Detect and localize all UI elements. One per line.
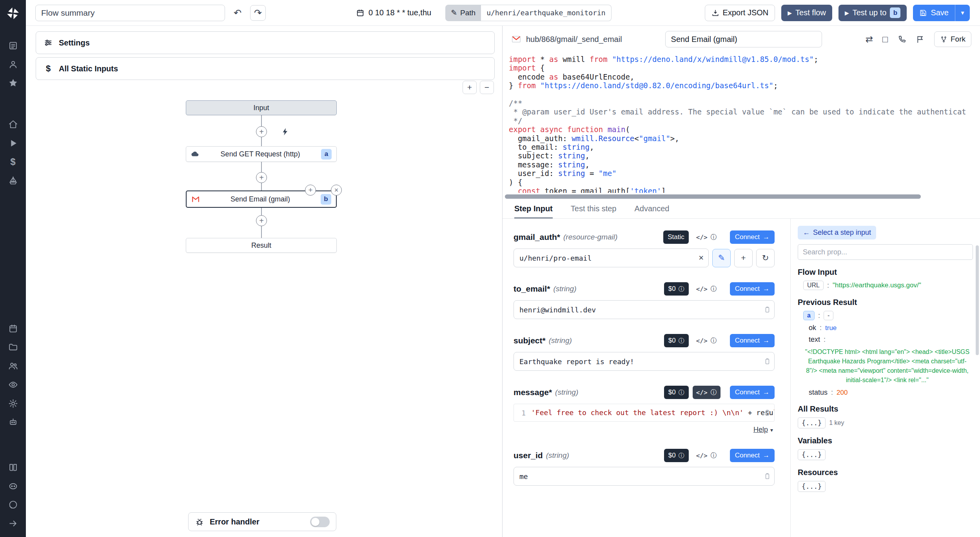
zoom-in-button[interactable]: + bbox=[463, 81, 477, 94]
connect-button[interactable]: Connect→ bbox=[730, 334, 775, 347]
node-input[interactable]: Input bbox=[186, 100, 337, 115]
windmill-logo[interactable] bbox=[6, 6, 20, 20]
node-http-get[interactable]: Send GET Request (http) a bbox=[186, 146, 337, 162]
schedule-display[interactable]: 0 10 18 * * tue,thu bbox=[356, 8, 431, 17]
save-dropdown-button[interactable]: ▾ bbox=[955, 5, 970, 21]
field-name: user_id bbox=[514, 451, 543, 460]
to-email-input[interactable] bbox=[514, 301, 774, 319]
home-icon[interactable] bbox=[6, 118, 20, 131]
url-key-chip[interactable]: URL bbox=[803, 281, 824, 290]
code-mode-button[interactable]: </>ⓘ bbox=[693, 282, 720, 296]
clipboard-icon[interactable] bbox=[764, 409, 771, 417]
clear-icon[interactable]: × bbox=[699, 253, 704, 263]
path-value[interactable]: u/henri/earthquake_monitorin bbox=[481, 5, 611, 21]
trigger-bolt-icon[interactable] bbox=[280, 126, 291, 137]
text-value-preview[interactable]: "<!DOCTYPE html> <html lang="en"> <head>… bbox=[804, 347, 971, 385]
insert-step-button[interactable]: + bbox=[256, 172, 267, 183]
node-result[interactable]: Result bbox=[186, 238, 337, 253]
flag-icon[interactable] bbox=[916, 35, 925, 44]
ok-value[interactable]: true bbox=[825, 324, 837, 332]
gmail-auth-input[interactable] bbox=[514, 249, 708, 267]
discord-icon[interactable] bbox=[6, 480, 20, 493]
url-value[interactable]: "https://earthquake.usgs.gov/" bbox=[833, 281, 921, 289]
expr-mode-button[interactable]: $0ⓘ bbox=[664, 449, 689, 462]
folders-icon[interactable] bbox=[6, 341, 20, 354]
search-prop-input[interactable] bbox=[798, 244, 973, 260]
github-icon[interactable] bbox=[6, 499, 20, 512]
workers-gear-icon[interactable] bbox=[6, 397, 20, 410]
flow-summary-input[interactable] bbox=[35, 5, 225, 21]
static-mode-button[interactable]: Static bbox=[663, 230, 689, 244]
audit-logs-eye-icon[interactable] bbox=[6, 378, 20, 391]
horizontal-scrollbar[interactable] bbox=[503, 193, 980, 200]
step-name-input[interactable] bbox=[665, 31, 822, 47]
info-icon: ⓘ bbox=[711, 388, 717, 397]
delete-step-icon[interactable]: × bbox=[331, 185, 342, 196]
message-code-editor[interactable]: 1 'Feel free to check out the latest rep… bbox=[514, 404, 775, 422]
docs-book-icon[interactable] bbox=[6, 461, 20, 474]
expr-mode-button[interactable]: $0ⓘ bbox=[664, 386, 689, 399]
all-results-object-chip[interactable]: {...} bbox=[798, 417, 826, 428]
fork-button[interactable]: Fork bbox=[934, 31, 971, 47]
variables-object-chip[interactable]: {...} bbox=[798, 449, 826, 460]
redo-button[interactable]: ↷ bbox=[250, 5, 266, 21]
groups-users-icon[interactable] bbox=[6, 359, 20, 372]
test-flow-button[interactable]: ▶ Test flow bbox=[781, 5, 832, 21]
variables-dollar-icon[interactable]: $ bbox=[6, 156, 20, 169]
test-up-to-button[interactable]: ▶ Test up to b bbox=[838, 5, 907, 21]
code-mode-button[interactable]: </>ⓘ bbox=[693, 449, 720, 462]
add-resource-button[interactable]: + bbox=[734, 249, 753, 267]
undo-button[interactable]: ↶ bbox=[230, 5, 245, 21]
path-edit-button[interactable]: ✎ Path bbox=[445, 5, 481, 21]
code-editor[interactable]: import * as wmill from "https://deno.lan… bbox=[503, 53, 980, 193]
save-button[interactable]: Save bbox=[913, 5, 955, 21]
connect-button[interactable]: Connect→ bbox=[730, 449, 775, 462]
code-mode-button[interactable]: </>ⓘ bbox=[693, 334, 720, 347]
code-mode-button[interactable]: </>ⓘ bbox=[693, 230, 720, 244]
user-icon[interactable] bbox=[6, 58, 20, 71]
clipboard-icon[interactable] bbox=[764, 358, 771, 365]
expr-mode-button[interactable]: $0ⓘ bbox=[664, 282, 689, 296]
error-handler-toggle[interactable] bbox=[310, 517, 330, 527]
prop-row-status: status : 200 bbox=[798, 388, 973, 397]
connect-button[interactable]: Connect→ bbox=[730, 282, 775, 296]
status-value[interactable]: 200 bbox=[837, 389, 848, 397]
clipboard-icon[interactable] bbox=[764, 306, 771, 314]
help-link[interactable]: Help bbox=[753, 426, 768, 434]
connect-button[interactable]: Connect→ bbox=[730, 386, 775, 399]
star-icon[interactable] bbox=[6, 76, 20, 89]
resources-object-chip[interactable]: {...} bbox=[798, 481, 826, 492]
schedules-calendar-icon[interactable] bbox=[6, 322, 20, 335]
refresh-resource-button[interactable]: ↻ bbox=[756, 249, 775, 267]
insert-step-button[interactable]: + bbox=[256, 215, 267, 226]
user-id-input[interactable] bbox=[514, 467, 774, 485]
box-icon[interactable]: □ bbox=[882, 35, 888, 44]
hub-script-path[interactable]: hub/868/gmail/_send_email bbox=[526, 35, 622, 44]
step-a-chip[interactable]: a bbox=[803, 311, 815, 320]
runs-play-icon[interactable] bbox=[6, 137, 20, 150]
insert-step-button[interactable]: + bbox=[256, 126, 267, 137]
expand-sidebar-arrow-icon[interactable] bbox=[6, 517, 20, 530]
edit-resource-button[interactable]: ✎ bbox=[712, 249, 731, 267]
vertical-scrollbar[interactable] bbox=[976, 245, 979, 355]
tab-step-input[interactable]: Step Input bbox=[514, 204, 553, 218]
export-json-button[interactable]: Export JSON bbox=[705, 5, 775, 21]
resources-boat-icon[interactable] bbox=[6, 174, 20, 187]
worker-groups-robot-icon[interactable] bbox=[6, 415, 20, 428]
tab-test-this-step[interactable]: Test this step bbox=[571, 204, 617, 218]
list-icon[interactable] bbox=[6, 39, 20, 52]
move-step-icon[interactable]: + bbox=[305, 185, 316, 196]
connect-button[interactable]: Connect→ bbox=[730, 230, 775, 244]
swap-icon[interactable]: ⇄ bbox=[866, 35, 873, 44]
clipboard-icon[interactable] bbox=[764, 473, 771, 480]
phone-icon[interactable] bbox=[897, 35, 906, 44]
code-mode-button-active[interactable]: </>ⓘ bbox=[693, 386, 720, 399]
flow-settings-button[interactable]: Settings bbox=[36, 31, 495, 54]
a-value-chip[interactable]: - bbox=[824, 311, 833, 320]
subject-input[interactable] bbox=[514, 352, 774, 370]
tab-advanced[interactable]: Advanced bbox=[634, 204, 669, 218]
all-static-inputs-button[interactable]: $ All Static Inputs bbox=[36, 57, 495, 80]
zoom-out-button[interactable]: − bbox=[480, 81, 494, 94]
expr-mode-button[interactable]: $0ⓘ bbox=[664, 334, 689, 347]
select-step-input-button[interactable]: ← Select a step input bbox=[798, 226, 876, 239]
